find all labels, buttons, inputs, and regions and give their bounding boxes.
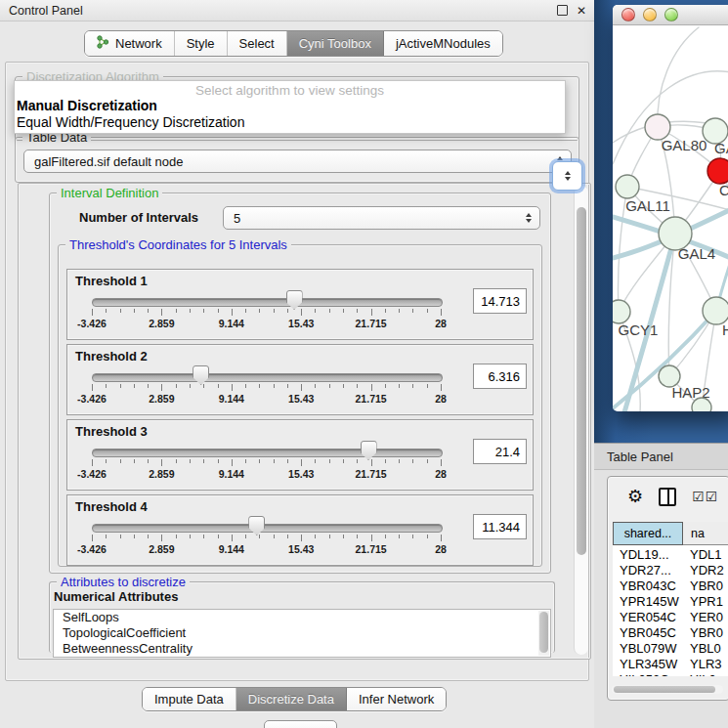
table-column-header[interactable]: shared... — [613, 522, 683, 545]
table-cell[interactable]: YBL079W — [613, 641, 683, 657]
table-cell[interactable]: YBR043C — [613, 578, 683, 594]
network-canvas[interactable]: GAL80GACGAL11GAL4GCY1HHAP2 — [613, 25, 728, 411]
slider-tick-label: 9.144 — [219, 393, 244, 405]
table-cell[interactable]: YLR3 — [683, 657, 728, 672]
threshold-1-slider[interactable]: -3.4262.8599.14415.4321.71528 — [67, 270, 497, 339]
slider-track[interactable] — [92, 373, 443, 382]
network-node[interactable] — [692, 398, 711, 411]
slider-tick-label: 28 — [435, 393, 447, 405]
tab-discretize-data[interactable]: Discretize Data — [236, 688, 347, 710]
table-horizontal-scrollbar[interactable] — [612, 685, 723, 694]
slider-thumb[interactable] — [248, 516, 265, 535]
network-view-window[interactable]: GAL80GACGAL11GAL4GCY1HHAP2 — [613, 5, 728, 411]
tab-jactivemnodules[interactable]: jActiveMNodules — [384, 31, 502, 56]
table-cell[interactable]: YBR0 — [683, 578, 728, 594]
table-cell[interactable]: YDR2 — [683, 563, 728, 578]
table-data-combobox[interactable]: galFiltered.sif default node — [23, 150, 572, 173]
slider-track[interactable] — [92, 449, 443, 457]
tab-network-label: Network — [115, 36, 162, 51]
close-icon[interactable]: ✕ — [575, 4, 588, 18]
tab-infer-network[interactable]: Infer Network — [347, 688, 446, 710]
threshold-2-slider[interactable]: -3.4262.8599.14415.4321.71528 — [67, 345, 497, 414]
threshold-3-value-field[interactable]: 21.4 — [473, 439, 527, 464]
table-row[interactable]: YPR145WYPR1 — [613, 594, 728, 610]
threshold-3-slider[interactable]: -3.4262.8599.14415.4321.71528 — [67, 420, 497, 490]
table-row[interactable]: YER054CYER0 — [613, 610, 728, 625]
table-toolbar: ⚙ ☑☑ — [608, 477, 728, 516]
attribute-list-item[interactable]: TopologicalCoefficient — [54, 625, 550, 641]
table-row[interactable]: YIL052CYIL0 — [613, 672, 728, 676]
algorithm-option-manual[interactable]: Manual Discretization — [15, 98, 565, 114]
slider-thumb[interactable] — [286, 290, 303, 310]
thresholds-group: Threshold's Coordinates for 5 Intervals … — [58, 244, 542, 567]
slider-tick-label: 2.859 — [149, 543, 174, 555]
tab-style[interactable]: Style — [175, 31, 228, 56]
network-node-label: C — [719, 182, 728, 198]
zoom-traffic-light[interactable] — [664, 8, 678, 21]
table-cell[interactable]: YLR345W — [613, 657, 683, 672]
network-node-h[interactable] — [703, 297, 728, 324]
table-cell[interactable]: YBR045C — [613, 625, 683, 641]
network-node-gal11[interactable] — [616, 175, 639, 198]
table-cell[interactable]: YDR27... — [613, 563, 683, 578]
table-checkbox-icons[interactable]: ☑☑ — [692, 489, 718, 504]
table-row[interactable]: YDL19...YDL1 — [613, 547, 728, 563]
table-cell[interactable]: YBR0 — [683, 625, 728, 641]
attributes-list-scrollbar[interactable] — [538, 611, 549, 656]
slider-thumb[interactable] — [361, 441, 377, 460]
network-node-label: GAL11 — [625, 197, 670, 214]
settings-scroll-area: Interval Definition Number of Intervals … — [18, 183, 591, 660]
table-cell[interactable]: YER054C — [613, 610, 683, 625]
tab-impute-data[interactable]: Impute Data — [143, 688, 236, 710]
algorithm-option-equal-width[interactable]: Equal Width/Frequency Discretization — [15, 114, 565, 131]
table-row[interactable]: YBR043CYBR0 — [613, 578, 728, 594]
table-row[interactable]: YBR045CYBR0 — [613, 625, 728, 641]
table-row[interactable]: YLR345WYLR3 — [613, 657, 728, 672]
network-node-gcy1[interactable] — [613, 300, 630, 323]
algorithm-combo-stepper[interactable] — [552, 161, 582, 191]
table-cell[interactable]: YDL19... — [613, 547, 683, 563]
settings-vertical-scrollbar[interactable] — [574, 186, 588, 655]
number-of-intervals-combobox[interactable]: 5 — [223, 206, 540, 230]
table-data-selected-value: galFiltered.sif default node — [34, 154, 552, 169]
table-cell[interactable]: YDL1 — [683, 547, 728, 563]
threshold-4-slider[interactable]: -3.4262.8599.14415.4321.71528 — [67, 495, 497, 565]
table-cell[interactable]: YPR1 — [683, 594, 728, 610]
slider-track[interactable] — [92, 524, 443, 533]
slider-thumb[interactable] — [193, 365, 209, 385]
network-node-c[interactable] — [707, 158, 728, 184]
table-row[interactable]: YDR27...YDR2 — [613, 563, 728, 578]
slider-tick-label: -3.426 — [77, 393, 107, 405]
slider-tick-label: 15.43 — [288, 318, 314, 329]
close-traffic-light[interactable] — [621, 8, 635, 21]
table-cell[interactable]: YER0 — [683, 610, 728, 625]
tab-network[interactable]: Network — [85, 31, 175, 56]
attribute-list-item[interactable]: BetweennessCentrality — [54, 641, 550, 657]
network-node-label: GCY1 — [619, 321, 659, 338]
tab-select-label: Select — [239, 36, 275, 51]
threshold-2-value-field[interactable]: 6.316 — [473, 364, 527, 389]
table-settings-icon[interactable]: ⚙ — [627, 488, 643, 505]
threshold-1-row: Threshold 1 -3.4262.8599.14415.4321.7152… — [66, 269, 534, 340]
network-window-titlebar — [613, 5, 728, 25]
table-column-header[interactable]: na — [683, 522, 728, 545]
apply-button[interactable]: Apply — [264, 720, 337, 728]
float-window-icon[interactable] — [555, 4, 569, 18]
interval-definition-group: Interval Definition Number of Intervals … — [49, 193, 551, 574]
table-cell[interactable]: YPR145W — [613, 594, 683, 610]
table-columns-icon[interactable] — [659, 488, 676, 506]
tab-cyni-toolbox[interactable]: Cyni Toolbox — [287, 31, 384, 56]
cyni-toolbox-panel: Discretization Algorithm Select algorith… — [5, 62, 589, 681]
numerical-attributes-list[interactable]: SelfLoopsTopologicalCoefficientBetweenne… — [53, 609, 551, 658]
table-cell[interactable]: YBL0 — [683, 641, 728, 657]
table-row[interactable]: YBL079WYBL0 — [613, 641, 728, 657]
tab-select[interactable]: Select — [228, 31, 287, 56]
table-cell[interactable]: YIL052C — [613, 672, 683, 676]
threshold-4-value-field[interactable]: 11.344 — [473, 514, 527, 539]
slider-track[interactable] — [92, 298, 443, 307]
table-cell[interactable]: YIL0 — [683, 672, 728, 676]
threshold-1-value-field[interactable]: 14.713 — [473, 288, 527, 314]
slider-tick-label: 28 — [435, 543, 447, 555]
attribute-list-item[interactable]: SelfLoops — [54, 610, 550, 625]
minimize-traffic-light[interactable] — [643, 8, 657, 21]
